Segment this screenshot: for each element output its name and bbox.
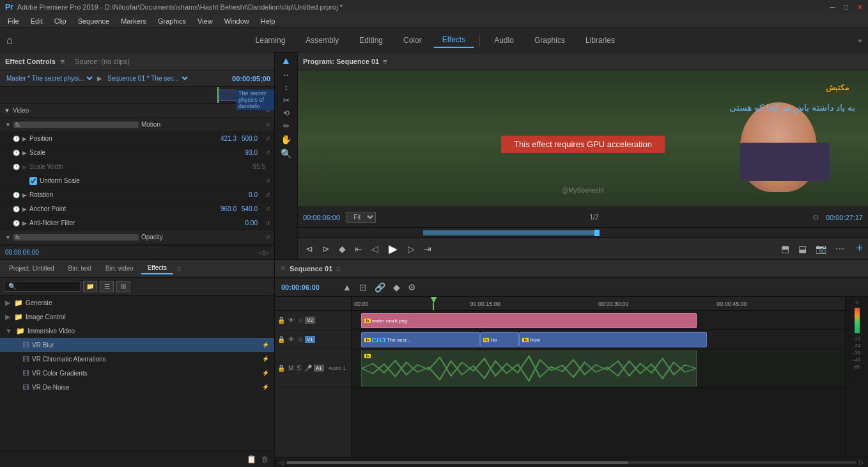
tool-zoom[interactable]: 🔍 (281, 148, 291, 159)
fx-item-vr-blur[interactable]: 🎞 VR Blur ⚡ (0, 338, 274, 352)
pm-timeline-strip[interactable] (298, 227, 868, 237)
pm-mark-out-icon[interactable]: ⊳ (320, 242, 332, 255)
list-view-button[interactable]: ☰ (100, 281, 114, 292)
fx-item-vr-denoise[interactable]: 🎞 VR De-Noise ⚡ (0, 380, 274, 394)
pm-strip-handle[interactable] (594, 230, 600, 236)
tl-lock-a1-icon[interactable]: 🔒 (277, 365, 285, 372)
tl-toggle-v2-icon[interactable]: 👁 (288, 317, 295, 324)
rotation-clock-icon[interactable]: 🕐 (13, 192, 20, 198)
tab-project[interactable]: Project: Untitled (3, 263, 61, 274)
uniform-scale-checkbox[interactable] (29, 177, 37, 185)
clip-v1-1[interactable]: fx M fx The secr... (361, 332, 479, 347)
video-chevron-icon[interactable]: ▼ (4, 107, 10, 114)
nav-color[interactable]: Color (394, 33, 431, 47)
effects-search-input[interactable] (4, 281, 81, 292)
tl-settings-icon[interactable]: ⚙ (405, 281, 419, 294)
anchor-clock-icon[interactable]: 🕐 (13, 206, 20, 212)
menu-edit[interactable]: Edit (26, 16, 48, 26)
new-folder-button[interactable]: 📁 (83, 281, 97, 292)
pm-play-button[interactable]: ▶ (385, 241, 401, 257)
scale-clock-icon[interactable]: 🕐 (13, 150, 20, 156)
tl-mute-a1-icon[interactable]: M (288, 365, 293, 372)
tl-solo-a1-icon[interactable]: S (297, 365, 301, 372)
tl-toggle-v1-icon[interactable]: 👁 (288, 336, 295, 343)
panel-footer-icon1[interactable]: 📋 (247, 455, 256, 464)
position-clock-icon[interactable]: 🕐 (13, 136, 20, 142)
panel-footer-icon2[interactable]: 🗑 (261, 455, 269, 464)
nav-editing[interactable]: Editing (350, 33, 392, 47)
opacity-section-reset-icon[interactable]: ↺ (265, 234, 270, 241)
grid-view-button[interactable]: ⊞ (116, 281, 130, 292)
tool-razor[interactable]: ✂ (283, 96, 290, 105)
category-immersive-video-row[interactable]: ▼ 📁 Immersive Video (0, 324, 274, 338)
motion-chevron-icon[interactable]: ▼ (5, 122, 11, 128)
tool-pen[interactable]: ✏ (283, 122, 290, 131)
motion-reset-icon[interactable]: ↺ (265, 122, 270, 128)
titlebar-controls[interactable]: ─ □ ✕ (830, 3, 863, 12)
pm-jump-to-in-icon[interactable]: ⇤ (352, 242, 365, 255)
tool-slip[interactable]: ⟲ (283, 109, 290, 118)
pm-add-marker-icon[interactable]: ◆ (336, 242, 348, 255)
ec-footer-scroll-left-icon[interactable]: ◁ (259, 249, 264, 256)
anchor-x-value[interactable]: 960.0 (221, 205, 236, 212)
menu-markers[interactable]: Markers (116, 16, 151, 26)
nav-libraries[interactable]: Libraries (577, 33, 624, 47)
nav-audio[interactable]: Audio (485, 33, 523, 47)
tl-add-marker-icon[interactable]: ◆ (391, 281, 403, 294)
close-button[interactable]: ✕ (857, 3, 863, 12)
tl-scrollbar[interactable] (286, 461, 856, 464)
pm-mark-in-icon[interactable]: ⊲ (303, 242, 316, 255)
rotation-reset-icon[interactable]: ↺ (265, 192, 270, 198)
tool-select[interactable]: ▲ (281, 55, 291, 67)
tl-scroll-left-icon[interactable]: ◁ (279, 459, 284, 466)
clip-watermark[interactable]: fx water mark.png (361, 313, 697, 328)
rotation-chevron-icon[interactable]: ▶ (22, 192, 27, 198)
pm-safe-margin-icon[interactable]: ⚙ (812, 213, 819, 222)
tl-scrollbar-thumb[interactable] (286, 461, 628, 464)
timeline-menu-icon[interactable]: ≡ (336, 265, 340, 273)
tab-effects[interactable]: Effects (141, 262, 173, 274)
nav-assembly[interactable]: Assembly (297, 33, 348, 47)
nav-more-icon[interactable]: » (858, 36, 862, 44)
tl-lock-v1-icon[interactable]: 🔒 (277, 336, 285, 343)
menu-file[interactable]: File (3, 16, 24, 26)
pm-insert-icon[interactable]: ⬒ (779, 242, 792, 255)
tl-link-icon[interactable]: 🔗 (372, 281, 388, 294)
nav-learning[interactable]: Learning (247, 33, 295, 47)
home-icon[interactable]: ⌂ (6, 35, 13, 46)
scale-chevron-icon[interactable]: ▶ (22, 150, 27, 156)
rotation-value[interactable]: 0.0 (249, 191, 258, 198)
antiflicker-clock-icon[interactable]: 🕐 (13, 220, 20, 226)
anchor-reset-icon[interactable]: ↺ (265, 206, 270, 212)
scale-value[interactable]: 93.0 (245, 149, 258, 156)
fx-item-vr-color-gradients[interactable]: 🎞 VR Color Gradients ⚡ (0, 366, 274, 380)
position-reset-icon[interactable]: ↺ (265, 136, 270, 142)
effect-controls-menu-icon[interactable]: ≡ (61, 58, 65, 65)
pm-export-frame-icon[interactable]: 📷 (813, 242, 829, 255)
clip-v1-3[interactable]: fx How (519, 332, 706, 347)
tl-snap-icon[interactable]: ⊡ (357, 281, 369, 294)
position-chevron-icon[interactable]: ▶ (22, 136, 27, 142)
position-y-value[interactable]: 500.0 (242, 135, 258, 142)
pm-jump-to-out-icon[interactable]: ⇥ (421, 242, 434, 255)
pm-overwrite-icon[interactable]: ⬓ (796, 242, 809, 255)
tl-mic-a1-icon[interactable]: 🎤 (304, 365, 312, 372)
tl-sync-v2-icon[interactable]: ⊞ (298, 317, 303, 324)
maximize-button[interactable]: □ (844, 3, 848, 12)
category-image-control-row[interactable]: ▶ 📁 Image Control (0, 310, 274, 324)
pm-step-back-icon[interactable]: ◁ (369, 242, 381, 255)
menu-sequence[interactable]: Sequence (73, 16, 115, 26)
pm-step-fwd-icon[interactable]: ▷ (405, 242, 417, 255)
nav-graphics[interactable]: Graphics (525, 33, 574, 47)
anchor-chevron-icon[interactable]: ▶ (22, 206, 27, 212)
tl-tool-select[interactable]: ▲ (340, 281, 354, 294)
tool-ripple[interactable]: ↕ (284, 83, 288, 92)
menu-help[interactable]: Help (256, 16, 281, 26)
tl-sync-v1-icon[interactable]: ⊞ (298, 336, 303, 343)
menu-clip[interactable]: Clip (49, 16, 72, 26)
menu-window[interactable]: Window (219, 16, 254, 26)
uniform-scale-reset-icon[interactable]: ↺ (265, 178, 270, 184)
anchor-y-value[interactable]: 540.0 (242, 205, 258, 212)
menu-view[interactable]: View (192, 16, 218, 26)
tab-bin-video[interactable]: Bin: video (99, 263, 140, 274)
